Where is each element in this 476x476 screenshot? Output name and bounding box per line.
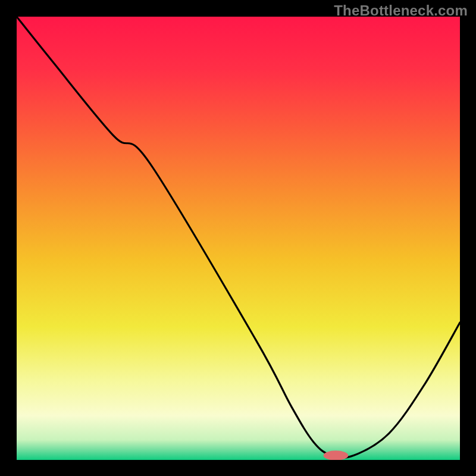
bottleneck-chart [17, 17, 460, 460]
plot-background [17, 17, 460, 460]
optimal-point-marker [324, 450, 349, 460]
chart-frame: TheBottleneck.com [0, 0, 476, 476]
